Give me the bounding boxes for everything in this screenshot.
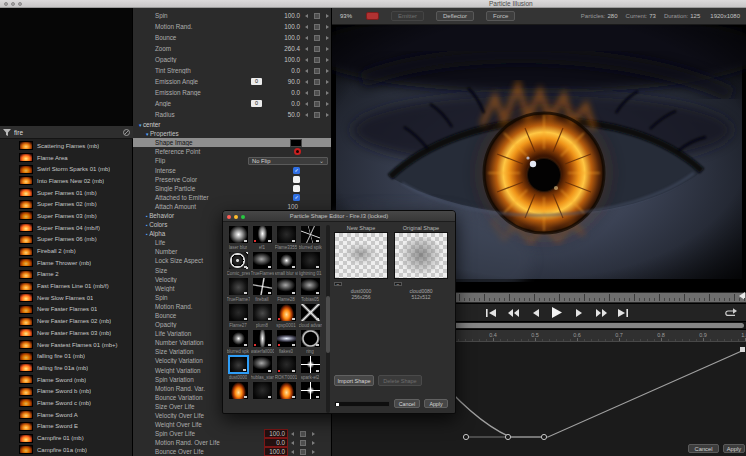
stepper-increment-icon[interactable] <box>326 102 329 106</box>
shape-thumbnail-image[interactable] <box>228 251 249 270</box>
shape-thumbnail-image[interactable] <box>300 329 321 348</box>
property-checkbox[interactable] <box>293 194 300 201</box>
property-row[interactable]: Radius 50.0 50.0⌄ <box>133 109 332 120</box>
step-forward-button[interactable] <box>570 307 588 319</box>
library-item[interactable]: Flame Thrower (mb) <box>0 257 133 269</box>
property-row[interactable]: Flip No Flip No Flip⌄ <box>133 156 332 165</box>
property-value[interactable]: 90.0 <box>274 78 300 85</box>
value-stepper[interactable] <box>291 440 315 446</box>
shape-thumbnail-image[interactable] <box>300 251 321 270</box>
deflector-tool-button[interactable]: Deflector <box>436 11 474 21</box>
library-search-input[interactable] <box>14 129 120 136</box>
stepper-decrement-icon[interactable] <box>291 450 294 454</box>
property-value[interactable]: 260.4 <box>274 45 300 52</box>
shape-thumbnail[interactable]: hublas_stars <box>250 355 274 381</box>
property-value[interactable]: 0.0 <box>274 100 300 107</box>
shape-thumbnail-image[interactable] <box>228 381 249 400</box>
property-value[interactable]: 50.0 <box>274 111 300 118</box>
force-tool-button[interactable]: Force <box>486 11 515 21</box>
library-item[interactable]: New Faster Flames 03 (mb) <box>0 327 133 339</box>
delete-shape-button[interactable]: Delete Shape <box>378 375 422 386</box>
shape-thumbnail[interactable]: small blur st <box>274 251 298 277</box>
property-value[interactable]: 100 <box>272 203 298 210</box>
stepper-increment-icon[interactable] <box>312 441 315 445</box>
property-row[interactable]: Single Particle ⌄ <box>133 184 332 193</box>
shape-thumbnail[interactable] <box>226 381 250 407</box>
stepper-slider-icon[interactable] <box>300 449 306 455</box>
shape-thumbnail-image[interactable] <box>252 329 273 348</box>
stepper-decrement-icon[interactable] <box>305 113 308 117</box>
shape-thumbnail[interactable]: plum8 <box>250 303 274 329</box>
library-item[interactable]: falling fire 01 (mb) <box>0 350 133 362</box>
library-item[interactable]: Flame Sword A <box>0 409 133 421</box>
property-row[interactable]: Tint Strength 0.0 0.0⌄ <box>133 65 332 76</box>
stepper-slider-icon[interactable] <box>314 57 320 63</box>
stepper-slider-icon[interactable] <box>314 24 320 30</box>
shape-thumbnail-image[interactable] <box>252 225 273 244</box>
value-stepper[interactable] <box>305 90 329 96</box>
stepper-decrement-icon[interactable] <box>305 58 308 62</box>
stepper-slider-icon[interactable] <box>314 90 320 96</box>
shape-thumbnail[interactable]: lightning 01 <box>298 251 322 277</box>
property-value[interactable]: 100.0 <box>274 56 300 63</box>
shape-thumbnail-image[interactable] <box>300 381 321 400</box>
property-checkbox[interactable] <box>293 167 300 174</box>
value-stepper[interactable] <box>305 46 329 52</box>
stepper-decrement-icon[interactable] <box>305 36 308 40</box>
value-stepper[interactable] <box>305 35 329 41</box>
shape-image-chip[interactable] <box>290 139 302 147</box>
shape-thumbnail-image[interactable] <box>228 355 249 374</box>
original-shape-minus-button[interactable]: − <box>394 282 402 286</box>
stepper-slider-icon[interactable] <box>314 79 320 85</box>
new-shape-minus-button[interactable]: − <box>334 282 342 286</box>
stepper-slider-icon[interactable] <box>314 13 320 19</box>
shape-thumbnail-image[interactable] <box>276 251 297 270</box>
play-button[interactable] <box>548 307 566 319</box>
shape-thumbnail[interactable]: Comic_pres <box>226 251 250 277</box>
property-row[interactable]: Angle 0 0.0 0.0⌄ <box>133 98 332 109</box>
shape-thumbnail[interactable]: ring <box>298 329 322 355</box>
property-extra-value[interactable]: 0 <box>251 78 262 85</box>
shape-thumbnail[interactable]: fireball <box>250 277 274 303</box>
library-item[interactable]: Super Flames 06 (mb) <box>0 234 133 246</box>
stepper-decrement-icon[interactable] <box>305 80 308 84</box>
shape-thumbnail-image[interactable] <box>300 225 321 244</box>
value-stepper[interactable] <box>305 68 329 74</box>
shape-thumbnail-image[interactable] <box>228 329 249 348</box>
property-row[interactable]: Shape Image ⌄ <box>133 138 332 147</box>
shape-thumbnail-image[interactable] <box>252 277 273 296</box>
stepper-increment-icon[interactable] <box>326 58 329 62</box>
library-item[interactable]: New Slow Flames 01 <box>0 292 133 304</box>
dialog-traffic-lights[interactable] <box>227 215 245 219</box>
library-item[interactable]: Super Flames 01 (mb) <box>0 187 133 199</box>
shape-thumbnail-image[interactable] <box>300 277 321 296</box>
shape-thumbnail[interactable]: spark-el2 <box>298 355 322 381</box>
property-row[interactable]: Emission Angle 0 90.0 90.0⌄ <box>133 76 332 87</box>
stepper-increment-icon[interactable] <box>326 80 329 84</box>
stepper-decrement-icon[interactable] <box>291 441 294 445</box>
dialog-cancel-button[interactable]: Cancel <box>394 399 420 408</box>
shape-thumbnail[interactable]: flakes0 <box>274 329 298 355</box>
property-row[interactable]: Properties ⌄ <box>133 129 332 138</box>
reference-point-icon[interactable] <box>294 148 301 155</box>
shape-thumbnail-image[interactable] <box>228 303 249 322</box>
record-button[interactable] <box>366 12 379 20</box>
library-item[interactable]: falling fire 01a (mb) <box>0 362 133 374</box>
shape-thumbnail[interactable]: Flame28 <box>274 277 298 303</box>
stepper-decrement-icon[interactable] <box>305 25 308 29</box>
stepper-decrement-icon[interactable] <box>305 69 308 73</box>
property-row[interactable]: Emission Range 0.0 0.0⌄ <box>133 87 332 98</box>
library-item[interactable]: Super Flames 04 (mb/f) <box>0 222 133 234</box>
shape-thumbnail-image[interactable] <box>276 225 297 244</box>
stepper-increment-icon[interactable] <box>326 14 329 18</box>
shape-thumbnail[interactable]: blurred spik <box>298 225 322 251</box>
scrollbar-thumb[interactable] <box>326 296 330 352</box>
value-stepper[interactable] <box>291 449 315 455</box>
value-stepper[interactable] <box>305 112 329 118</box>
shape-thumbnail[interactable]: TrueFlame7 <box>226 277 250 303</box>
library-item[interactable]: Flame Sword b (mb) <box>0 385 133 397</box>
stepper-slider-icon[interactable] <box>300 431 306 437</box>
dialog-apply-button[interactable]: Apply <box>424 399 448 408</box>
library-item[interactable]: Super Flames 03 (mb) <box>0 210 133 222</box>
library-item[interactable]: Flame Sword E <box>0 421 133 433</box>
